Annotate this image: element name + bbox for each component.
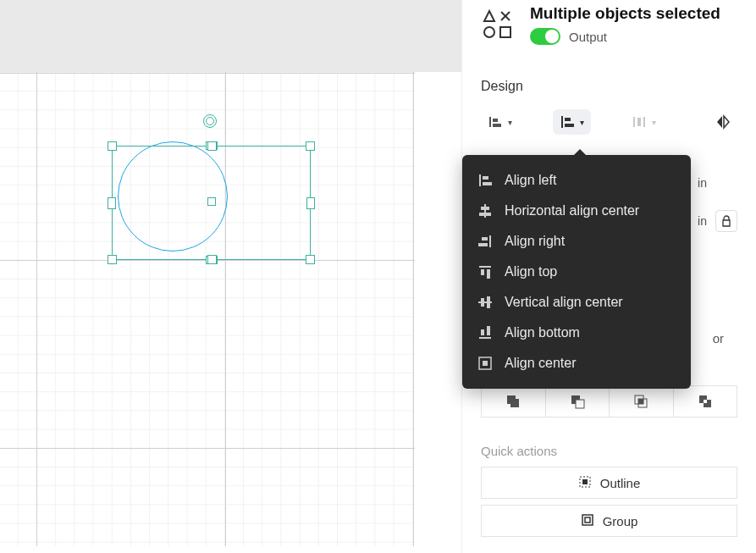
align-hcenter-icon (477, 203, 493, 218)
group-button[interactable]: Group (481, 505, 737, 537)
svg-rect-17 (483, 176, 488, 180)
distribute-dropdown[interactable]: ▾ (481, 109, 519, 135)
artboard[interactable] (0, 72, 415, 546)
design-section-title: Design (481, 79, 737, 94)
svg-rect-12 (643, 117, 645, 127)
spacing-dropdown: ▾ (625, 109, 663, 135)
resize-handle-e[interactable] (306, 197, 315, 209)
svg-marker-14 (717, 116, 722, 128)
canvas-area[interactable] (0, 0, 461, 553)
menu-item-label: Horizontal align center (505, 203, 639, 218)
svg-rect-32 (481, 329, 484, 335)
svg-marker-15 (724, 116, 729, 128)
svg-rect-39 (576, 400, 584, 408)
svg-rect-5 (489, 117, 491, 127)
height-unit-label: in (698, 214, 707, 228)
align-top-icon (477, 264, 493, 279)
resize-handle-nw[interactable] (108, 141, 117, 151)
svg-rect-48 (582, 515, 593, 525)
grid-major-line (36, 72, 37, 546)
align-left-icon (477, 173, 493, 188)
top-empty-bar (0, 0, 461, 72)
menu-item-label: Align top (505, 264, 557, 279)
selection-bounding-box[interactable] (112, 146, 311, 260)
svg-rect-20 (481, 207, 489, 210)
menu-item-label: Align center (505, 356, 577, 371)
chevron-down-icon: ▾ (580, 118, 584, 127)
output-label: Output (569, 30, 607, 44)
align-center-icon (477, 356, 493, 371)
rotate-handle[interactable] (203, 114, 217, 128)
svg-rect-45 (704, 400, 707, 403)
resize-handle-ne[interactable] (306, 141, 315, 151)
selection-title: Multiple objects selected (530, 4, 720, 23)
boolean-subtract-button[interactable] (546, 386, 610, 417)
svg-rect-33 (487, 326, 490, 335)
svg-rect-11 (633, 117, 635, 127)
menu-item-v-center[interactable]: Vertical align center (462, 287, 691, 318)
svg-rect-42 (638, 399, 643, 404)
svg-rect-7 (493, 124, 501, 127)
svg-rect-21 (479, 213, 491, 216)
resize-handle-sw[interactable] (108, 255, 117, 264)
group-icon (581, 513, 594, 529)
resize-handle-n2[interactable] (207, 141, 217, 151)
svg-rect-25 (479, 266, 491, 268)
svg-rect-22 (489, 235, 491, 247)
resize-handle-se[interactable] (306, 255, 315, 264)
svg-rect-26 (481, 269, 484, 275)
svg-rect-27 (487, 269, 490, 279)
menu-item-align-top[interactable]: Align top (462, 257, 691, 287)
svg-rect-18 (483, 182, 492, 185)
properties-panel: Multiple objects selected Output Design … (461, 0, 756, 553)
resize-handle-s2[interactable] (207, 255, 217, 264)
svg-rect-16 (479, 174, 481, 186)
menu-item-align-bottom[interactable]: Align bottom (462, 318, 691, 348)
multi-select-icon (481, 8, 515, 41)
svg-rect-9 (565, 118, 571, 121)
boolean-union-button[interactable] (482, 386, 546, 417)
align-right-icon (477, 234, 493, 249)
align-dropdown[interactable]: ▾ (553, 109, 591, 135)
menu-item-align-left[interactable]: Align left (462, 165, 691, 196)
lock-aspect-button[interactable] (715, 210, 737, 232)
svg-marker-0 (484, 11, 494, 21)
align-bottom-icon (477, 325, 493, 340)
menu-item-label: Vertical align center (505, 295, 623, 310)
quick-actions-title: Quick actions (481, 444, 557, 458)
output-toggle[interactable] (530, 28, 560, 45)
svg-rect-30 (487, 296, 490, 308)
svg-rect-47 (582, 479, 588, 484)
svg-rect-10 (565, 124, 574, 127)
menu-item-label: Align left (505, 173, 556, 188)
boolean-ops-strip (481, 385, 737, 418)
width-unit-label: in (698, 176, 707, 190)
outline-button[interactable]: Outline (481, 467, 737, 499)
menu-item-align-center[interactable]: Align center (462, 348, 691, 379)
boolean-trailing-text: or (713, 331, 724, 346)
grid-major-line (225, 72, 226, 546)
shape-center-marker[interactable] (207, 197, 216, 206)
svg-rect-6 (493, 119, 498, 122)
chevron-down-icon: ▾ (652, 118, 656, 127)
flip-dropdown[interactable] (709, 109, 737, 135)
svg-rect-31 (479, 337, 491, 339)
outline-label: Outline (600, 476, 641, 490)
menu-item-h-center[interactable]: Horizontal align center (462, 196, 691, 226)
boolean-intersect-button[interactable] (610, 386, 674, 417)
grid-major-line (413, 72, 414, 546)
boolean-exclude-button[interactable] (674, 386, 737, 417)
svg-rect-13 (637, 118, 641, 126)
resize-handle-w[interactable] (108, 197, 116, 209)
design-toolbar: ▾ ▾ ▾ (481, 109, 737, 143)
outline-icon (578, 475, 592, 491)
align-menu: Align left Horizontal align center Align… (462, 155, 691, 389)
svg-rect-4 (500, 27, 510, 37)
menu-item-label: Align bottom (505, 325, 580, 340)
menu-item-label: Align right (505, 234, 565, 249)
chevron-down-icon: ▾ (508, 118, 512, 127)
menu-item-align-right[interactable]: Align right (462, 226, 691, 257)
svg-rect-49 (585, 517, 590, 523)
svg-rect-24 (478, 243, 488, 246)
svg-rect-23 (482, 237, 488, 241)
